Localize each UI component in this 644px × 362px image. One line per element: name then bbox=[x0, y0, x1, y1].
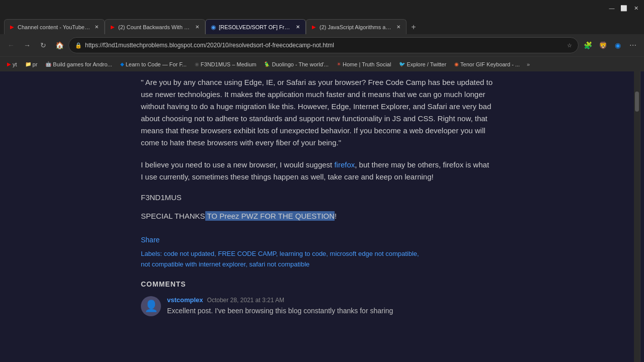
bookmark-star-icon[interactable]: ☆ bbox=[567, 42, 572, 49]
tab-favicon-3: ◉ bbox=[210, 24, 217, 31]
tab-favicon-2: ▶ bbox=[109, 24, 116, 31]
bookmark-icon-yt: ▶ bbox=[7, 61, 11, 67]
bookmark-icon-learn-code: ◆ bbox=[120, 61, 124, 67]
comment-date: October 28, 2021 at 3:21 AM bbox=[207, 297, 284, 304]
bookmark-build-games[interactable]: 🤖 Build games for Andro... bbox=[42, 60, 115, 68]
comment-header: vstcomplex October 28, 2021 at 3:21 AM bbox=[167, 296, 493, 304]
bookmark-icon-twitter: 🐦 bbox=[399, 61, 405, 67]
address-bar[interactable]: 🔒 https://f3nd1musttechproblems.blogspot… bbox=[68, 37, 579, 53]
close-button[interactable]: ✕ bbox=[632, 4, 640, 12]
bookmarks-more-button[interactable]: » bbox=[525, 60, 532, 68]
suggestion-paragraph: I believe you need to use a new browser,… bbox=[141, 159, 493, 183]
scrollbar[interactable] bbox=[634, 71, 640, 362]
back-button[interactable]: ← bbox=[4, 38, 18, 52]
new-tab-button[interactable]: + bbox=[407, 20, 421, 34]
scroll-thumb[interactable] bbox=[635, 92, 639, 112]
tab-close-2[interactable]: ✕ bbox=[194, 24, 201, 31]
quote-paragraph: " Are you by any chance using Edge, IE, … bbox=[141, 76, 493, 149]
tab-resolved-fcc[interactable]: ◉ [RESOLVED/SORT OF] FreeCod... ✕ bbox=[205, 19, 306, 34]
bookmark-label-duolingo: Duolingo - The world'... bbox=[272, 61, 329, 67]
content-area: " Are you by any chance using Edge, IE, … bbox=[141, 71, 493, 321]
special-thanks-after: ! bbox=[335, 212, 337, 220]
tab-youtube-channel[interactable]: ▶ Channel content - YouTube Stu... ✕ bbox=[4, 19, 105, 34]
bookmark-truth-social[interactable]: ☀ Home | Truth Social bbox=[334, 60, 394, 68]
label-fcc[interactable]: FREE CODE CAMP bbox=[218, 250, 276, 257]
bookmark-medium[interactable]: ◉ F3ND1MUS – Medium bbox=[192, 60, 260, 68]
bookmark-label-medium: F3ND1MUS – Medium bbox=[201, 61, 257, 67]
page-wrapper: " Are you by any chance using Edge, IE, … bbox=[0, 71, 644, 362]
tab-close-4[interactable]: ✕ bbox=[395, 24, 402, 31]
bookmark-label-pr: pr bbox=[33, 61, 38, 67]
bookmark-icon-medium: ◉ bbox=[195, 61, 199, 67]
nav-actions: 🧩 🦁 ◉ ⋯ bbox=[581, 38, 640, 52]
bookmark-label-learn-code: Learn to Code — For F... bbox=[126, 61, 187, 67]
labels-prefix: Labels: bbox=[141, 250, 164, 257]
comments-section: COMMENTS 👤 vstcomplex October 28, 2021 a… bbox=[141, 280, 493, 316]
menu-button[interactable]: ⋯ bbox=[626, 38, 640, 52]
forward-button[interactable]: → bbox=[20, 38, 34, 52]
bookmark-label-tenor: Tenor GIF Keyboard - ... bbox=[460, 61, 520, 67]
restore-button[interactable]: ⬜ bbox=[620, 4, 628, 12]
tab-title-4: (2) JavaScript Algorithms and D... bbox=[319, 24, 393, 30]
bookmark-pr[interactable]: 📁 pr bbox=[22, 60, 41, 68]
tab-favicon-1: ▶ bbox=[9, 24, 16, 31]
side-panel bbox=[640, 71, 644, 362]
home-button[interactable]: 🏠 bbox=[52, 38, 66, 52]
tabs-bar: ▶ Channel content - YouTube Stu... ✕ ▶ (… bbox=[0, 16, 644, 34]
share-link[interactable]: Share bbox=[141, 236, 159, 244]
label-safari-not-compatible[interactable]: safari not compatible bbox=[249, 260, 309, 268]
label-not-compatible-ie[interactable]: not compatible with internet explorer bbox=[141, 260, 246, 268]
bookmark-label-build-games: Build games for Andro... bbox=[53, 61, 112, 67]
comment-body: vstcomplex October 28, 2021 at 3:21 AM E… bbox=[167, 296, 493, 316]
tab-title-1: Channel content - YouTube Stu... bbox=[18, 24, 91, 30]
bookmark-label-twitter: Explore / Twitter bbox=[407, 61, 446, 67]
bookmark-icon-truth-social: ☀ bbox=[337, 61, 341, 67]
label-learning-to-code[interactable]: learning to code bbox=[280, 250, 327, 257]
bookmark-icon-duolingo: 🦜 bbox=[264, 61, 270, 67]
page-content: " Are you by any chance using Edge, IE, … bbox=[0, 71, 634, 362]
bookmark-twitter[interactable]: 🐦 Explore / Twitter bbox=[396, 60, 449, 68]
bookmark-icon-build-games: 🤖 bbox=[45, 61, 51, 67]
profile-button[interactable]: 🦁 bbox=[596, 38, 610, 52]
extensions-button[interactable]: 🧩 bbox=[581, 38, 595, 52]
commenter-avatar: 👤 bbox=[141, 296, 161, 316]
window-controls: — ⬜ ✕ bbox=[608, 4, 640, 12]
label-ms-edge[interactable]: microsoft edge not compatible bbox=[330, 250, 417, 257]
title-bar: — ⬜ ✕ bbox=[0, 0, 644, 16]
special-thanks-highlighted: TO Preez PWZ FOR THE QUESTION bbox=[205, 211, 335, 221]
bookmarks-bar: ▶ yt 📁 pr 🤖 Build games for Andro... ◆ L… bbox=[0, 56, 644, 71]
tab-title-3: [RESOLVED/SORT OF] FreeCod... bbox=[219, 24, 292, 30]
edge-button[interactable]: ◉ bbox=[611, 38, 625, 52]
comment-text: Excellent post. I've been browsing this … bbox=[167, 306, 493, 316]
share-section: Share Labels: code not updated, FREE COD… bbox=[141, 235, 493, 270]
special-thanks-text: SPECIAL THANKS TO Preez PWZ FOR THE QUES… bbox=[141, 212, 493, 220]
bookmark-duolingo[interactable]: 🦜 Duolingo - The world'... bbox=[261, 60, 332, 68]
bookmark-tenor[interactable]: ◉ Tenor GIF Keyboard - ... bbox=[451, 60, 523, 68]
firefox-link[interactable]: firefox bbox=[334, 160, 355, 169]
tab-title-2: (2) Count Backwards With a Fo... bbox=[118, 24, 192, 30]
bookmark-yt[interactable]: ▶ yt bbox=[4, 60, 20, 68]
tab-close-3[interactable]: ✕ bbox=[294, 24, 301, 31]
tab-count-backwards[interactable]: ▶ (2) Count Backwards With a Fo... ✕ bbox=[105, 19, 205, 34]
reload-button[interactable]: ↻ bbox=[36, 38, 50, 52]
minimize-button[interactable]: — bbox=[608, 4, 616, 12]
url-text: https://f3nd1musttechproblems.blogspot.c… bbox=[85, 42, 564, 49]
author-signature: F3ND1MUS bbox=[141, 193, 493, 202]
labels-section: Labels: code not updated, FREE CODE CAMP… bbox=[141, 249, 493, 270]
nav-bar: ← → ↻ 🏠 🔒 https://f3nd1musttechproblems.… bbox=[0, 34, 644, 56]
special-thanks-before: SPECIAL THANKS bbox=[141, 212, 205, 220]
bookmark-icon-pr: 📁 bbox=[25, 61, 31, 67]
comment-item: 👤 vstcomplex October 28, 2021 at 3:21 AM… bbox=[141, 296, 493, 316]
label-code-not-updated[interactable]: code not updated bbox=[164, 250, 214, 257]
suggestion-text-before: I believe you need to use a new browser,… bbox=[141, 160, 334, 169]
commenter-name[interactable]: vstcomplex bbox=[167, 296, 203, 304]
tab-js-algorithms[interactable]: ▶ (2) JavaScript Algorithms and D... ✕ bbox=[306, 19, 407, 34]
bookmark-icon-tenor: ◉ bbox=[454, 61, 459, 67]
bookmark-label-yt: yt bbox=[13, 61, 17, 67]
tab-close-1[interactable]: ✕ bbox=[93, 24, 100, 31]
lock-icon: 🔒 bbox=[75, 42, 82, 49]
tab-favicon-4: ▶ bbox=[310, 24, 317, 31]
bookmark-learn-code[interactable]: ◆ Learn to Code — For F... bbox=[117, 60, 190, 68]
comments-title: COMMENTS bbox=[141, 280, 493, 288]
bookmark-label-truth-social: Home | Truth Social bbox=[343, 61, 391, 67]
